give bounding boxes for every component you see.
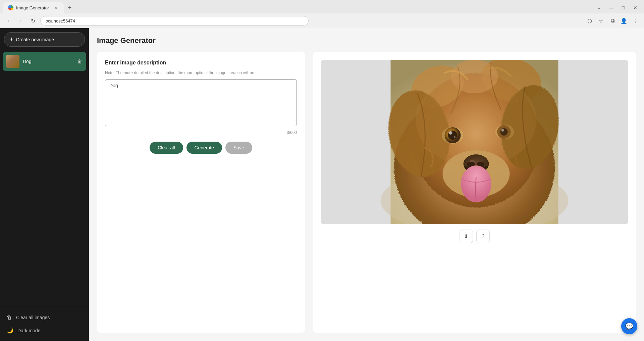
tab-favicon [8, 5, 13, 10]
moon-icon: 🌙 [7, 327, 13, 334]
close-window-button[interactable]: ✕ [631, 3, 640, 12]
plus-icon: + [10, 36, 13, 43]
main-content: Image Generator Enter image description … [89, 28, 644, 341]
sidebar-bottom: 🗑 Clear all images 🌙 Dark mode [0, 307, 89, 341]
cast-icon[interactable]: ⬡ [585, 16, 594, 26]
left-panel: Enter image description Note: The more d… [97, 52, 305, 333]
chat-icon: 💬 [625, 322, 634, 330]
url-text: localhost:56474 [45, 18, 75, 23]
generated-image [321, 60, 628, 224]
description-textarea[interactable]: Dog [105, 79, 297, 126]
content-area: Enter image description Note: The more d… [97, 52, 636, 333]
profile-icon[interactable]: 👤 [619, 16, 629, 26]
tab-title: Image Generator [16, 5, 49, 10]
image-actions: ⬇ ⤴ [460, 230, 490, 243]
action-buttons: Clear all Generate Save [105, 142, 297, 154]
create-new-label: Create new image [16, 37, 54, 42]
sidebar: + Create new image Dog 🗑 🗑 Clear all ima… [0, 28, 89, 341]
trash-icon: 🗑 [7, 314, 12, 321]
address-input[interactable]: localhost:56474 [40, 16, 309, 26]
clear-all-button[interactable]: Clear all [150, 142, 183, 154]
clear-all-images-button[interactable]: 🗑 Clear all images [4, 311, 85, 324]
share-button[interactable]: ⤴ [476, 230, 490, 243]
create-new-button[interactable]: + Create new image [4, 32, 85, 47]
tab-bar: Image Generator ✕ + ⌄ — □ ✕ [0, 0, 644, 13]
dark-mode-button[interactable]: 🌙 Dark mode [4, 324, 85, 337]
active-tab[interactable]: Image Generator ✕ [3, 2, 64, 13]
save-button[interactable]: Save [225, 142, 252, 154]
forward-button[interactable]: › [16, 16, 25, 26]
app-body: + Create new image Dog 🗑 🗑 Clear all ima… [0, 28, 644, 341]
reload-button[interactable]: ↻ [28, 16, 38, 26]
dark-mode-label: Dark mode [17, 328, 40, 333]
history-list: Dog 🗑 [0, 51, 89, 307]
generate-button[interactable]: Generate [186, 142, 222, 154]
browser-chrome: Image Generator ✕ + ⌄ — □ ✕ ‹ › ↻ localh… [0, 0, 644, 28]
right-panel: ⬇ ⤴ [313, 52, 636, 333]
share-icon: ⤴ [482, 233, 484, 239]
maximize-button[interactable]: □ [619, 3, 628, 12]
address-bar: ‹ › ↻ localhost:56474 ⬡ ☆ ⧉ 👤 ⋮ [0, 13, 644, 28]
history-item[interactable]: Dog 🗑 [3, 52, 86, 71]
input-section-title: Enter image description [105, 60, 297, 66]
char-count: 3/600 [105, 130, 297, 135]
download-button[interactable]: ⬇ [460, 230, 473, 243]
chat-button[interactable]: 💬 [621, 318, 637, 334]
menu-icon[interactable]: ⋮ [631, 16, 640, 26]
clear-all-images-label: Clear all images [16, 315, 50, 320]
svg-point-25 [416, 73, 537, 167]
history-item-thumbnail [6, 55, 19, 68]
new-tab-button[interactable]: + [65, 3, 74, 12]
input-section-note: Note: The more detailed the description,… [105, 70, 297, 75]
split-screen-icon[interactable]: ⧉ [608, 16, 617, 26]
tab-extras: ⌄ — □ ✕ [594, 3, 644, 12]
minimize-button[interactable]: — [606, 3, 616, 12]
dog-image-svg [321, 60, 628, 224]
address-bar-right: ⬡ ☆ ⧉ 👤 ⋮ [585, 16, 640, 26]
tab-close-button[interactable]: ✕ [53, 5, 59, 11]
back-button[interactable]: ‹ [4, 16, 13, 26]
tab-list-button[interactable]: ⌄ [594, 3, 604, 12]
bookmark-icon[interactable]: ☆ [596, 16, 606, 26]
download-icon: ⬇ [464, 233, 468, 240]
history-item-label: Dog [23, 59, 73, 64]
page-title: Image Generator [97, 36, 636, 45]
history-item-delete-button[interactable]: 🗑 [77, 58, 83, 65]
